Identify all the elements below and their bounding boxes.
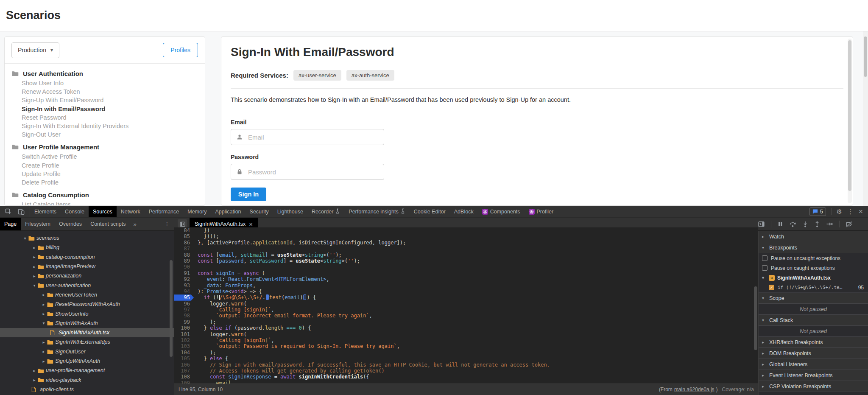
line-number[interactable]: 108	[174, 374, 194, 380]
code-line-content[interactable]: } else if (password.length === 0) {	[194, 325, 311, 331]
tab-performance-insights[interactable]: Performance insights	[344, 206, 409, 217]
code-line-content[interactable]: `output: Incorrect email format. Please …	[194, 313, 372, 319]
file-tree-item-user-authentication[interactable]: ▾user-authentication	[0, 280, 174, 290]
tree-arrow-icon[interactable]: ▸	[41, 340, 47, 345]
section-xhr-fetch-breakpoints[interactable]: ▸XHR/fetch Breakpoints	[759, 337, 868, 348]
scenario-item-list-catalog-items[interactable]: List Catalog Items	[5, 200, 205, 206]
email-input[interactable]	[248, 134, 384, 141]
code-line-content[interactable]	[194, 246, 198, 252]
breakpoint-checkbox[interactable]: ✓	[769, 285, 774, 290]
code-line-content[interactable]: `calling [signIn]`,	[194, 307, 274, 313]
line-number[interactable]: 96	[174, 301, 194, 307]
settings-gear-icon[interactable]: ⚙	[837, 208, 842, 215]
code-line-content[interactable]: logger.warn(	[194, 301, 247, 307]
scenario-item-update-profile[interactable]: Update Profile	[5, 170, 205, 178]
file-tree-item-renewusertoken[interactable]: ▸RenewUserToken	[0, 290, 174, 300]
scenario-item-delete-profile[interactable]: Delete Profile	[5, 178, 205, 187]
checkbox[interactable]	[762, 255, 768, 261]
code-line-content[interactable]: const [password, setPassword] = useState…	[194, 258, 360, 264]
file-tree-item-scenarios[interactable]: ▾scenarios	[0, 233, 174, 243]
file-tree-item-user-profile-management[interactable]: ▸user-profile-management	[0, 366, 174, 375]
close-tab-icon[interactable]: ×	[249, 221, 253, 228]
tab-security[interactable]: Security	[246, 206, 273, 217]
nav-tab-content-scripts[interactable]: Content scripts	[86, 218, 130, 230]
scenario-item-create-profile[interactable]: Create Profile	[5, 161, 205, 170]
section-dom-breakpoints[interactable]: ▸DOM Breakpoints	[759, 348, 868, 359]
scenario-item-show-user-info[interactable]: Show User Info	[5, 79, 205, 87]
line-number[interactable]: 103	[174, 343, 194, 349]
line-number[interactable]: 90	[174, 264, 194, 270]
inline-breakpoint-marker[interactable]	[266, 294, 269, 300]
tab-recorder[interactable]: Recorder	[307, 206, 344, 217]
line-number[interactable]: 99	[174, 319, 194, 325]
line-number[interactable]: 101	[174, 331, 194, 337]
tree-arrow-icon[interactable]: ▸	[31, 274, 37, 278]
code-line-content[interactable]: if (!/\S+@\S+\.\S+/.test(email)) {	[194, 294, 316, 300]
code-line-content[interactable]: `output: Password is required to Sign-In…	[194, 343, 400, 349]
code-line-content[interactable]: const [email, setEmail] = useState<strin…	[194, 252, 342, 258]
scenario-group-user-authentication[interactable]: User Authentication	[5, 68, 205, 79]
more-tabs-icon[interactable]: »	[130, 218, 140, 230]
line-number[interactable]: 98	[174, 313, 194, 319]
sign-in-button[interactable]: Sign In	[231, 188, 266, 201]
option-pause-on-uncaught-exceptions[interactable]: Pause on uncaught exceptions	[759, 253, 868, 263]
pause-script-icon[interactable]	[777, 221, 783, 227]
tab-performance[interactable]: Performance	[145, 206, 184, 217]
tab-memory[interactable]: Memory	[183, 206, 211, 217]
tab-cookie-editor[interactable]: Cookie Editor	[410, 206, 450, 217]
breakpoint-file-signinwithaxauth-tsx[interactable]: ▾‹›SignInWithAxAuth.tsx	[759, 273, 868, 283]
deactivate-breakpoints-icon[interactable]	[846, 221, 853, 227]
tab-adblock[interactable]: AdBlock	[450, 206, 478, 217]
checkbox[interactable]	[762, 265, 768, 271]
file-tree-item-signupwithaxauth[interactable]: ▸SignUpWithAxAuth	[0, 356, 174, 366]
tree-arrow-icon[interactable]: ▸	[31, 368, 37, 373]
toggle-debugger-sidebar-icon[interactable]	[758, 221, 765, 228]
line-number[interactable]: 102	[174, 337, 194, 343]
navigator-menu-icon[interactable]: ⋮	[160, 218, 174, 230]
section-csp-violation-breakpoints[interactable]: ▸CSP Violation Breakpoints	[759, 381, 868, 392]
nav-tab-overrides[interactable]: Overrides	[55, 218, 86, 230]
tree-arrow-icon[interactable]: ▾	[41, 321, 47, 325]
file-tree-item-apollo-client-ts[interactable]: apollo-client.ts	[0, 385, 174, 394]
line-number[interactable]: 100	[174, 325, 194, 331]
email-field[interactable]	[231, 129, 384, 145]
panel-scrollbar[interactable]	[848, 39, 852, 203]
code-line-content[interactable]	[194, 264, 198, 270]
password-field[interactable]	[231, 164, 384, 180]
tree-arrow-icon[interactable]: ▸	[41, 302, 47, 307]
code-line-content[interactable]: })();	[194, 233, 219, 239]
tab-sources[interactable]: Sources	[89, 206, 117, 217]
scenario-item-renew-access-token[interactable]: Renew Access Token	[5, 87, 205, 96]
tree-arrow-icon[interactable]: ▾	[31, 283, 37, 288]
file-tree-item-image-imagepreview[interactable]: ▸image/ImagePreview	[0, 262, 174, 271]
code-line-content[interactable]: const signInResponse = await signInWithC…	[194, 374, 369, 380]
section-watch[interactable]: ▸Watch	[759, 231, 868, 242]
sourcemap-link[interactable]: main.a620de0a.js	[674, 387, 714, 392]
tree-arrow-icon[interactable]: ▸	[31, 245, 37, 250]
tab-console[interactable]: Console	[61, 206, 89, 217]
scenario-item-switch-active-profile[interactable]: Switch Active Profile	[5, 152, 205, 161]
tree-arrow-icon[interactable]: ▸	[41, 349, 47, 354]
code-line-content[interactable]: ): Promise<void> => {	[194, 289, 262, 294]
code-line-content[interactable]: // Sign-In with email/password. If succe…	[194, 362, 550, 368]
tree-arrow-icon[interactable]: ▾	[22, 236, 28, 241]
section-call-stack[interactable]: ▾Call Stack	[759, 315, 868, 326]
scenario-item-sign-in-with-email-password[interactable]: Sign-In with Email/Password	[5, 105, 205, 113]
code-line-content[interactable]: `calling [signIn]`,	[194, 337, 274, 343]
editor-scrollbar[interactable]	[754, 286, 757, 350]
device-toolbar-icon[interactable]	[16, 207, 26, 216]
nav-tab-filesystem[interactable]: Filesystem	[21, 218, 55, 230]
tree-arrow-icon[interactable]: ▸	[31, 255, 37, 259]
code-area[interactable]: 84 })85 })();86}, [activeProfile.applica…	[174, 227, 758, 384]
file-tree-item-signinwithaxauth-tsx[interactable]: SignInWithAxAuth.tsx	[0, 328, 174, 337]
scenario-item-sign-up-with-email-password[interactable]: Sign-Up With Email/Password	[5, 96, 205, 104]
code-line-content[interactable]: );	[194, 350, 216, 356]
line-number[interactable]: 95	[174, 294, 194, 300]
step-out-icon[interactable]	[814, 221, 820, 227]
tab-elements[interactable]: Elements	[30, 206, 61, 217]
environment-select[interactable]: Production ▾	[11, 42, 59, 58]
tab-profiler[interactable]: Profiler	[525, 206, 558, 217]
password-input[interactable]	[248, 168, 384, 176]
code-line-content[interactable]: logger.warn(	[194, 331, 247, 337]
line-number[interactable]: 107	[174, 368, 194, 374]
